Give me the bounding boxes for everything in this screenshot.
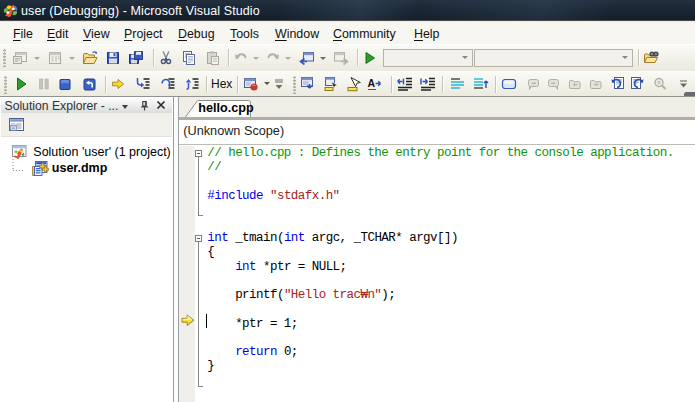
svg-text:A: A bbox=[367, 77, 375, 89]
